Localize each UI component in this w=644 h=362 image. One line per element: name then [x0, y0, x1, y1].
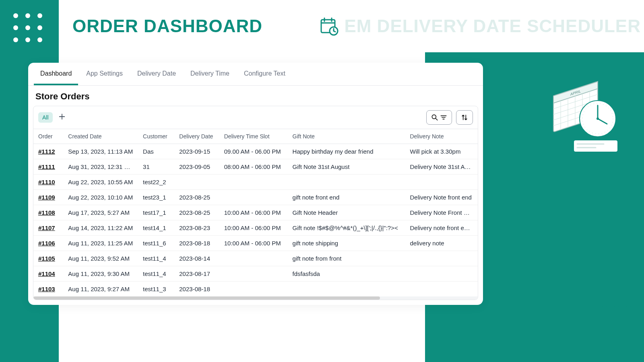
cell-customer: test14_1	[138, 220, 174, 236]
add-filter-button[interactable]	[58, 113, 66, 122]
cell-delivery-note: Delivery note front end !@	[405, 220, 478, 236]
cell-slot	[219, 251, 288, 266]
table-toolbar: All	[33, 106, 478, 129]
col-header-delivery-date[interactable]: Delivery Date	[174, 129, 219, 144]
cell-delivery-date	[174, 175, 219, 190]
table-row: #1108Aug 17, 2023, 5:27 AMtest17_12023-0…	[33, 205, 478, 220]
tab-app-settings[interactable]: App Settings	[80, 63, 129, 85]
cell-customer: test23_1	[138, 190, 174, 205]
cell-slot	[219, 190, 288, 205]
orders-table-wrap: All Order C	[33, 106, 478, 300]
cell-slot	[219, 266, 288, 282]
cell-gift-note: gift note from front	[288, 251, 405, 266]
orders-table: Order Created Date Customer Delivery Dat…	[33, 129, 478, 296]
order-link[interactable]: #1111	[38, 163, 55, 170]
table-row: #1106Aug 11, 2023, 11:25 AMtest11_62023-…	[33, 236, 478, 251]
filter-chip-all[interactable]: All	[38, 112, 53, 123]
cell-customer: test11_4	[138, 251, 174, 266]
cell-created: Aug 31, 2023, 12:31 PM	[63, 159, 138, 175]
order-link[interactable]: #1109	[38, 194, 55, 201]
tab-delivery-date[interactable]: Delivery Date	[131, 63, 182, 85]
sort-button[interactable]	[456, 110, 473, 125]
cell-slot: 10:00 AM - 06:00 PM	[219, 236, 288, 251]
order-link[interactable]: #1110	[38, 179, 55, 185]
cell-gift-note: Gift Note 31st August	[288, 159, 405, 175]
cell-delivery-date: 2023-08-25	[174, 190, 219, 205]
cell-delivery-date: 2023-08-23	[174, 220, 219, 236]
table-row: #1111Aug 31, 2023, 12:31 PM312023-09-050…	[33, 159, 478, 175]
order-link[interactable]: #1108	[38, 209, 55, 216]
order-link[interactable]: #1105	[38, 255, 55, 262]
col-header-slot[interactable]: Delivery Time Slot	[219, 129, 288, 144]
dot-grid-bottom-right	[598, 302, 634, 338]
cell-created: Aug 22, 2023, 10:10 AM	[63, 190, 138, 205]
cell-gift-note: Gift note !$#$@%^#&*()_+\][';|/.,{}|":?>…	[288, 220, 405, 236]
table-row: #1107Aug 14, 2023, 11:22 AMtest14_12023-…	[33, 220, 478, 236]
tab-delivery-time[interactable]: Delivery Time	[184, 63, 236, 85]
cell-created: Aug 11, 2023, 9:30 AM	[63, 266, 138, 282]
svg-line-6	[334, 31, 335, 32]
table-row: #1112Sep 13, 2023, 11:13 AMDas2023-09-15…	[33, 144, 478, 159]
order-link[interactable]: #1106	[38, 240, 55, 247]
table-row: #1105Aug 11, 2023, 9:52 AMtest11_42023-0…	[33, 251, 478, 266]
order-link[interactable]: #1103	[38, 286, 55, 292]
svg-rect-24	[574, 140, 618, 152]
dot-grid-top-left	[10, 10, 46, 46]
cell-gift-note: Happy birthday my dear friend	[288, 144, 405, 159]
cell-delivery-note: Delivery Note Front End	[405, 205, 478, 220]
cell-delivery-date: 2023-09-05	[174, 159, 219, 175]
order-link[interactable]: #1112	[38, 148, 55, 155]
col-header-delivery-note[interactable]: Delivery Note	[405, 129, 478, 144]
orders-card: Dashboard App Settings Delivery Date Del…	[28, 63, 483, 305]
cell-created: Aug 11, 2023, 9:27 AM	[63, 282, 138, 297]
cell-delivery-note: Will pick at 3.30pm	[405, 144, 478, 159]
cell-customer: test11_3	[138, 282, 174, 297]
calendar-clock-icon	[319, 16, 339, 36]
cell-gift-note: Gift Note Header	[288, 205, 405, 220]
col-header-gift-note[interactable]: Gift Note	[288, 129, 405, 144]
col-header-created[interactable]: Created Date	[63, 129, 138, 144]
cell-created: Aug 11, 2023, 9:52 AM	[63, 251, 138, 266]
cell-gift-note	[288, 282, 405, 297]
cell-created: Aug 22, 2023, 10:55 AM	[63, 175, 138, 190]
calendar-clock-illustration: APRIL	[551, 80, 620, 157]
cell-slot: 08:00 AM - 06:00 PM	[219, 159, 288, 175]
svg-point-27	[432, 115, 436, 119]
order-link[interactable]: #1104	[38, 270, 55, 277]
horizontal-scrollbar-thumb[interactable]	[33, 296, 380, 300]
cell-gift-note	[288, 175, 405, 190]
cell-created: Aug 11, 2023, 11:25 AM	[63, 236, 138, 251]
tab-dashboard[interactable]: Dashboard	[34, 63, 78, 85]
cell-customer: Das	[138, 144, 174, 159]
cell-gift-note: fdsfasfsda	[288, 266, 405, 282]
cell-customer: test11_6	[138, 236, 174, 251]
search-filter-button[interactable]	[426, 110, 452, 125]
col-header-order[interactable]: Order	[33, 129, 63, 144]
cell-delivery-date: 2023-08-17	[174, 266, 219, 282]
page-title: ORDER DASHBOARD	[72, 16, 262, 36]
col-header-customer[interactable]: Customer	[138, 129, 174, 144]
cell-slot: 10:00 AM - 06:00 PM	[219, 220, 288, 236]
cell-customer: test17_1	[138, 205, 174, 220]
page-header: ORDER DASHBOARD EM DELIVERY DATE SCHEDUL…	[59, 0, 644, 52]
table-row: #1103Aug 11, 2023, 9:27 AMtest11_32023-0…	[33, 282, 478, 297]
cell-delivery-note	[405, 266, 478, 282]
horizontal-scrollbar[interactable]	[33, 296, 478, 300]
cell-gift-note: gift note front end	[288, 190, 405, 205]
cell-slot: 09.00 AM - 06.00 PM	[219, 144, 288, 159]
cell-customer: test22_2	[138, 175, 174, 190]
cell-delivery-date: 2023-08-18	[174, 282, 219, 297]
cell-delivery-date: 2023-08-25	[174, 205, 219, 220]
brand-text: EM DELIVERY DATE SCHEDULER	[344, 16, 641, 36]
order-link[interactable]: #1107	[38, 224, 55, 231]
table-row: #1109Aug 22, 2023, 10:10 AMtest23_12023-…	[33, 190, 478, 205]
svg-line-28	[436, 119, 438, 120]
cell-delivery-note	[405, 251, 478, 266]
tab-configure-text[interactable]: Configure Text	[237, 63, 292, 85]
cell-slot	[219, 282, 288, 297]
cell-gift-note: gift note shipping	[288, 236, 405, 251]
cell-created: Aug 14, 2023, 11:22 AM	[63, 220, 138, 236]
cell-customer: 31	[138, 159, 174, 175]
filter-icon	[440, 113, 448, 121]
cell-delivery-note: Delivery Note front end	[405, 190, 478, 205]
